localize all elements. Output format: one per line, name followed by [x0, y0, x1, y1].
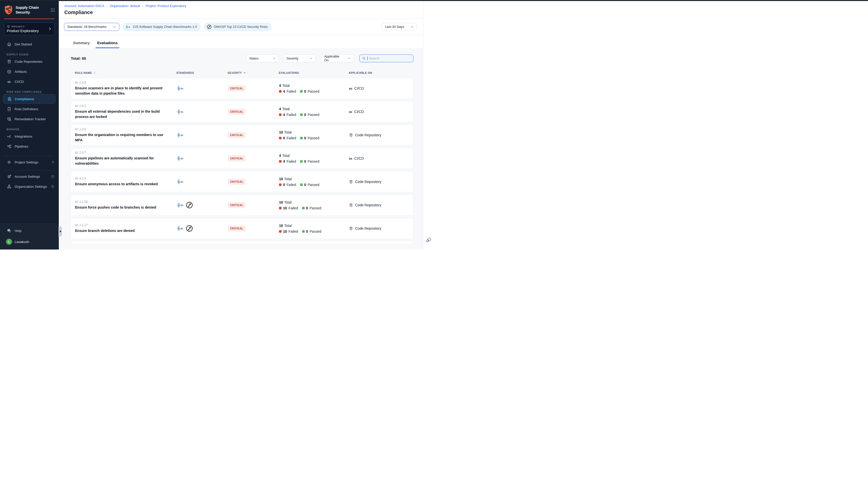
tab-summary[interactable]: Summary [73, 41, 90, 48]
cicd-infinity-icon: ∞ [349, 156, 352, 161]
owasp-logo-icon [185, 224, 193, 232]
breadcrumb-project[interactable]: Project: Product Exploratory [146, 4, 186, 8]
eval-passed-label: Passed [308, 113, 320, 117]
severity-filter-label: Severity [287, 57, 298, 60]
column-rule-name[interactable]: RULE NAME [71, 71, 176, 74]
column-severity[interactable]: SEVERITY [228, 71, 279, 74]
table-row[interactable]: Id: 2.3.7 Ensure pipelines are automatic… [71, 148, 413, 169]
breadcrumb-organization[interactable]: Organization: default [110, 4, 140, 8]
severity-badge: CRITICAL [228, 179, 246, 185]
chip-cis-benchmarks[interactable]: CIS CIS Software Supply Chain Benchmarks… [123, 23, 201, 31]
date-range-dropdown[interactable]: Last 30 Days [382, 23, 417, 31]
eval-failed-value: 4 [283, 159, 285, 163]
standards-dropdown-value: Standards: All Benchmarks [67, 25, 107, 28]
sidebar-item-help[interactable]: ? Help [0, 226, 59, 235]
sidebar-item-label: Account Settings [14, 175, 40, 179]
svg-text:CIS: CIS [179, 157, 183, 160]
table-row[interactable]: Id: 1.1.16 Ensure force pushes code to b… [71, 195, 413, 216]
sidebar-collapse-handle[interactable] [59, 226, 62, 237]
applicable-on-value: CI/CD [354, 156, 364, 160]
severity-cell: CRITICAL [228, 109, 279, 115]
section-manage: MANAGE [0, 128, 59, 131]
owasp-logo-icon [207, 24, 212, 29]
eval-failed-value: 4 [283, 89, 285, 93]
brand-divider [4, 19, 55, 19]
eval-total-value: 10 [279, 130, 283, 134]
app-grid-icon[interactable] [50, 8, 55, 12]
table-row[interactable]: Id: 1.3.5 Ensure the organization is req… [71, 124, 413, 146]
severity-badge: CRITICAL [228, 155, 246, 161]
project-box-icon [7, 25, 10, 28]
sidebar-nav: Get Started SUPPLY CHAIN Code Repositori… [0, 36, 59, 223]
sidebar-item-project-settings[interactable]: Project Settings [0, 157, 59, 167]
status-filter-label: Status [250, 57, 259, 60]
home-icon [7, 42, 12, 47]
compliance-doc-search-icon [7, 97, 12, 101]
user-name: Lavakush [14, 240, 29, 244]
rule-name: Ensure anonymous access to artifacts is … [75, 182, 170, 186]
svg-text:CIS: CIS [179, 87, 183, 90]
eval-passed-value: 0 [306, 206, 308, 210]
tabs: Summary Evaluations [59, 35, 423, 48]
support-chat-icon[interactable] [426, 237, 432, 243]
search-input[interactable] [369, 57, 411, 60]
severity-filter-dropdown[interactable]: Severity [283, 54, 316, 62]
eval-passed-label: Passed [310, 229, 322, 233]
failed-indicator [279, 183, 281, 186]
evaluations-cell: 4Total 4Failed 0Passed [279, 107, 349, 117]
info-icon[interactable] [51, 175, 55, 178]
search-field [359, 54, 413, 62]
rule-id: Id: 2.3.7 [75, 151, 170, 154]
rule-id: Id: 1.1.17 [75, 223, 170, 227]
info-icon[interactable] [51, 185, 55, 188]
table-row[interactable]: Id: 2.3.8 Ensure scanners are in place t… [71, 78, 413, 99]
chip-label: CIS Software Supply Chain Benchmarks 1.0 [133, 25, 197, 28]
column-label: RULE NAME [75, 71, 92, 74]
tab-evaluations[interactable]: Evaluations [97, 41, 118, 48]
standards-cell: CIS [177, 85, 228, 92]
page-header: Account: Automation-SSCA › Organization:… [59, 1, 423, 19]
chip-owasp-top10[interactable]: OWASP Top 10 CI/CD Security Risks [204, 23, 272, 31]
cis-logo-icon: CIS [177, 131, 184, 139]
sidebar-item-cicd[interactable]: ∞ CI/CD [0, 76, 59, 87]
cis-logo-icon: CIS [177, 201, 184, 209]
user-menu[interactable]: L Lavakush [0, 238, 59, 246]
table-row[interactable]: Id: 4.2.5 Ensure anonymous access to art… [71, 171, 413, 192]
applicable-on-cell: Code Repository [349, 133, 413, 137]
sidebar-item-account-settings[interactable]: Account Settings [0, 171, 59, 182]
sidebar-item-remediation-tracker[interactable]: Remediation Tracker [0, 114, 59, 124]
breadcrumb-account[interactable]: Account: Automation-SSCA [64, 4, 104, 8]
standards-dropdown[interactable]: Standards: All Benchmarks [64, 23, 119, 31]
sidebar-item-rule-definitions[interactable]: Rule Definitions [0, 104, 59, 114]
failed-indicator [279, 230, 281, 233]
table-row[interactable]: Id: 2.4.2 Ensure all external dependenci… [71, 101, 413, 122]
svg-text:?: ? [8, 229, 9, 231]
sidebar-item-pipelines[interactable]: Pipelines [0, 141, 59, 151]
sidebar-item-artifacts[interactable]: Artifacts [0, 66, 59, 76]
sidebar-item-get-started[interactable]: Get Started [0, 39, 59, 49]
rule-name: Ensure scanners are in place to identify… [75, 86, 170, 96]
eval-passed-label: Passed [308, 136, 320, 140]
sidebar-item-compliance[interactable]: Compliance [3, 94, 56, 104]
help-chat-icon: ? [7, 228, 12, 233]
cis-logo-icon: CIS [177, 178, 184, 185]
project-selector[interactable]: PROJECT Product Exploratory [4, 23, 55, 35]
code-repository-icon [349, 227, 353, 231]
sidebar-item-label: Project Settings [14, 160, 38, 164]
applicable-on-filter-dropdown[interactable]: Applicable On [321, 54, 354, 62]
rule-name-cell: Id: 2.3.8 Ensure scanners are in place t… [71, 81, 177, 96]
sidebar-item-label: Integrations [14, 135, 33, 138]
sidebar-item-integrations[interactable]: Integrations [0, 131, 59, 141]
table-row-partial[interactable] [71, 241, 413, 243]
chevron-down-icon [113, 25, 116, 28]
infinity-icon: ∞ [7, 79, 12, 84]
rule-name-cell: Id: 2.3.7 Ensure pipelines are automatic… [71, 151, 177, 166]
applicable-on-cell: Code Repository [349, 203, 413, 207]
standards-cell: CIS [177, 201, 228, 209]
table-row[interactable]: Id: 1.1.17 Ensure branch deletions are d… [71, 218, 413, 239]
sidebar-item-organization-settings[interactable]: Organization Settings [0, 182, 59, 192]
sidebar-footer: ? Help L Lavakush [0, 223, 59, 250]
status-filter-dropdown[interactable]: Status [246, 54, 279, 62]
applicable-on-value: Code Repository [355, 133, 381, 137]
sidebar-item-code-repositories[interactable]: Code Repositories [0, 57, 59, 66]
